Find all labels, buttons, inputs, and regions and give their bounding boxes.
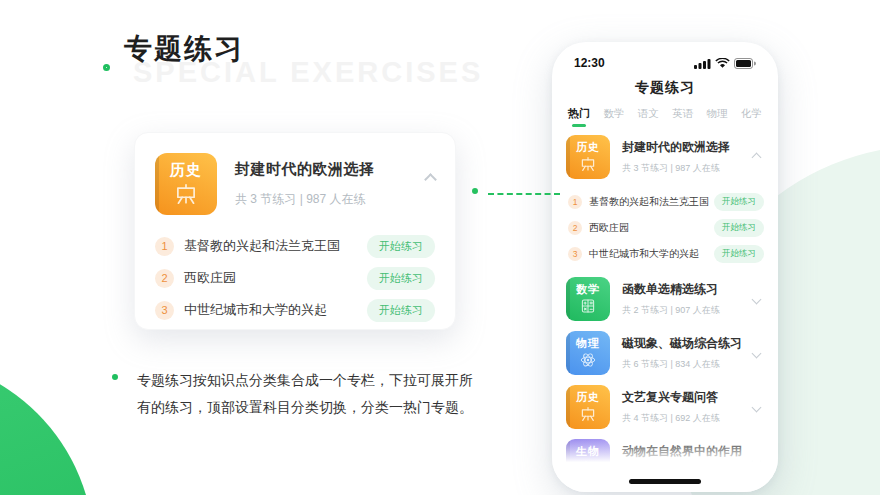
exercise-label: 中世纪城市和大学的兴起 — [589, 247, 714, 261]
exercise-row: 3 中世纪城市和大学的兴起 开始练习 — [155, 294, 435, 326]
subject-icon-physics: 物理 — [566, 331, 610, 375]
decor-circle-corner — [0, 357, 94, 495]
cellular-icon — [694, 58, 711, 69]
tab-chinese[interactable]: 语文 — [638, 107, 659, 127]
phone-exercise-list: 1 基督教的兴起和法兰克王国 开始练习 2 西欧庄园 开始练习 3 中世纪城市和… — [568, 189, 764, 267]
exercise-label: 基督教的兴起和法兰克王国 — [589, 195, 714, 209]
chevron-down-icon[interactable] — [752, 402, 762, 412]
exercise-list: 1 基督教的兴起和法兰克王国 开始练习 2 西欧庄园 开始练习 3 中世纪城市和… — [155, 230, 435, 326]
exercise-row: 2 西欧庄园 开始练习 — [568, 215, 764, 241]
exercise-row: 1 基督教的兴起和法兰克王国 开始练习 — [155, 230, 435, 262]
subject-label: 历史 — [170, 161, 202, 180]
tab-label: 化学 — [741, 107, 762, 119]
page: SPECIAL EXERCISES 专题练习 历史 封建时代的欧洲选择 共 3 … — [0, 0, 880, 495]
index-badge: 2 — [568, 221, 582, 235]
tab-label: 物理 — [707, 107, 728, 119]
subject-icon-history: 历史 — [155, 153, 217, 215]
phone-mockup: 12:30 专题练习 热门 — [552, 42, 778, 492]
chevron-up-icon[interactable] — [752, 152, 762, 162]
description-note: 专题练习按知识点分类集合成一个专栏，下拉可展开所 有的练习，顶部设置科目分类切换… — [137, 367, 497, 421]
tab-english[interactable]: 英语 — [672, 107, 693, 127]
exercise-label: 中世纪城市和大学的兴起 — [184, 301, 367, 319]
status-bar: 12:30 — [552, 42, 778, 70]
start-practice-button[interactable]: 开始练习 — [367, 299, 435, 322]
tab-physics[interactable]: 物理 — [707, 107, 728, 127]
subject-label: 物理 — [576, 336, 600, 351]
card-meta: 共 3 节练习 | 987 人在练 — [235, 191, 426, 208]
index-badge: 3 — [568, 247, 582, 261]
tab-label: 英语 — [672, 107, 693, 119]
note-line: 有的练习，顶部设置科目分类切换，分类一热门专题。 — [137, 394, 497, 421]
start-practice-button[interactable]: 开始练习 — [367, 235, 435, 258]
index-badge: 1 — [568, 195, 582, 209]
exercise-label: 基督教的兴起和法兰克王国 — [184, 237, 367, 255]
exercise-label: 西欧庄园 — [589, 221, 714, 235]
chevron-down-icon[interactable] — [752, 348, 762, 358]
start-practice-button[interactable]: 开始练习 — [714, 193, 764, 211]
card-title: 封建时代的欧洲选择 — [235, 160, 426, 179]
phone-page-title: 专题练习 — [552, 79, 778, 97]
feature-card: 历史 封建时代的欧洲选择 共 3 节练习 | 987 人在练 1 基督教的兴起和… — [134, 132, 456, 330]
page-title: 专题练习 — [124, 30, 244, 68]
section-title: 封建时代的欧洲选择 — [622, 139, 753, 156]
subject-label: 历史 — [576, 390, 600, 405]
easel-icon — [173, 181, 199, 207]
section-title: 磁现象、磁场综合练习 — [622, 335, 753, 352]
index-badge: 3 — [155, 301, 174, 320]
subject-icon-history: 历史 — [566, 135, 610, 179]
exercise-label: 西欧庄园 — [184, 269, 367, 287]
start-practice-button[interactable]: 开始练习 — [714, 245, 764, 263]
tab-label: 语文 — [638, 107, 659, 119]
easel-icon — [579, 405, 597, 423]
section-meta: 共 2 节练习 | 907 人在练 — [622, 304, 753, 317]
chevron-up-icon[interactable] — [424, 173, 437, 186]
phone-section-history-2[interactable]: 历史 文艺复兴专题问答 共 4 节练习 | 692 人在练 — [566, 385, 764, 429]
phone-section-physics[interactable]: 物理 磁现象、磁场综合练习 共 6 节练习 | 834 人在练 — [566, 331, 764, 375]
subject-label: 历史 — [576, 140, 600, 155]
start-practice-button[interactable]: 开始练习 — [367, 267, 435, 290]
connector-dashed-line — [488, 193, 560, 195]
tab-label: 热门 — [568, 107, 590, 119]
home-indicator[interactable] — [629, 479, 701, 484]
active-tab-underline — [572, 124, 586, 127]
section-meta: 共 3 节练习 | 987 人在练 — [622, 162, 753, 175]
start-practice-button[interactable]: 开始练习 — [714, 219, 764, 237]
feature-card-header: 历史 封建时代的欧洲选择 共 3 节练习 | 987 人在练 — [155, 153, 435, 215]
section-title: 函数单选精选练习 — [622, 281, 753, 298]
easel-icon — [579, 155, 597, 173]
home-indicator-area — [552, 438, 778, 492]
subject-icon-math: 数学 — [566, 277, 610, 321]
tab-hot[interactable]: 热门 — [568, 106, 590, 127]
chevron-down-icon[interactable] — [752, 294, 762, 304]
index-badge: 1 — [155, 237, 174, 256]
section-meta: 共 4 节练习 | 692 人在练 — [622, 412, 753, 425]
exercise-row: 2 西欧庄园 开始练习 — [155, 262, 435, 294]
tab-bar: 热门 数学 语文 英语 物理 化学 — [568, 107, 762, 127]
subject-icon-history: 历史 — [566, 385, 610, 429]
battery-icon — [734, 58, 756, 69]
title-bullet-icon — [103, 64, 110, 71]
phone-section-math[interactable]: 数学 函数单选精选练习 共 2 节练习 | 907 人在练 — [566, 277, 764, 321]
phone-section-history[interactable]: 历史 封建时代的欧洲选择 共 3 节练习 | 987 人在练 — [566, 135, 764, 179]
section-meta: 共 6 节练习 | 834 人在练 — [622, 358, 753, 371]
index-badge: 2 — [155, 269, 174, 288]
note-line: 专题练习按知识点分类集合成一个专栏，下拉可展开所 — [137, 367, 497, 394]
tab-math[interactable]: 数学 — [603, 107, 624, 127]
tab-chemistry[interactable]: 化学 — [741, 107, 762, 127]
exercise-row: 3 中世纪城市和大学的兴起 开始练习 — [568, 241, 764, 267]
calculator-icon — [579, 297, 597, 315]
wifi-icon — [715, 58, 730, 69]
connector-dot-icon — [472, 188, 478, 194]
subject-label: 数学 — [576, 282, 600, 297]
tab-label: 数学 — [603, 107, 624, 119]
exercise-row: 1 基督教的兴起和法兰克王国 开始练习 — [568, 189, 764, 215]
note-bullet-icon — [112, 374, 118, 380]
status-time: 12:30 — [574, 56, 605, 70]
section-title: 文艺复兴专题问答 — [622, 389, 753, 406]
atom-icon — [579, 351, 597, 369]
